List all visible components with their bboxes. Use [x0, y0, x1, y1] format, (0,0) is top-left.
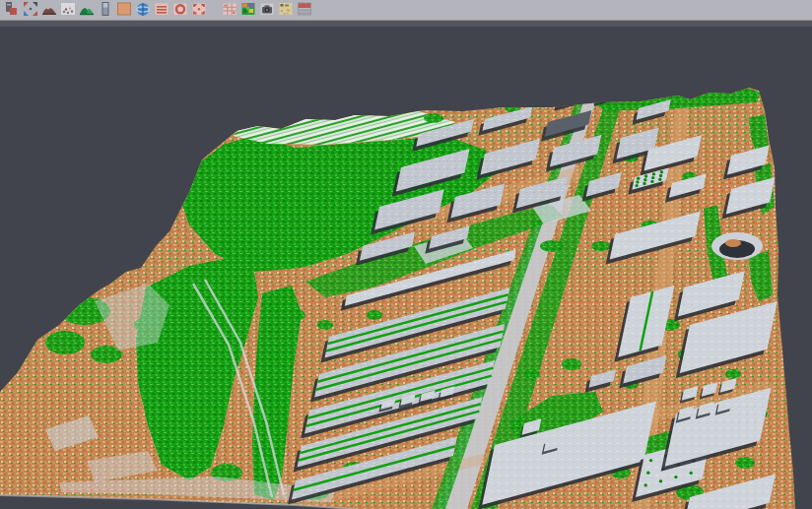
- camera-icon[interactable]: [257, 0, 276, 20]
- main-toolbar: [0, 0, 812, 21]
- toolbar-separator: [208, 0, 220, 20]
- elevation-column-icon[interactable]: [96, 0, 114, 20]
- classification-icon[interactable]: [238, 0, 257, 20]
- red-list-icon[interactable]: [152, 0, 170, 20]
- point-cloud-scene[interactable]: [0, 21, 812, 509]
- red-grid-icon[interactable]: [220, 0, 238, 20]
- 3d-viewport[interactable]: [0, 21, 812, 509]
- orange-square-icon[interactable]: [114, 0, 133, 20]
- green-hill-icon[interactable]: [77, 0, 96, 20]
- red-circle-icon[interactable]: [170, 0, 189, 20]
- terrain-brown-icon[interactable]: [39, 0, 58, 20]
- selection-brackets-icon[interactable]: [189, 0, 208, 20]
- red-table-icon[interactable]: [295, 0, 313, 20]
- open-file-icon[interactable]: [2, 0, 21, 20]
- terrain-khaki-icon[interactable]: [276, 0, 295, 20]
- align-points-icon[interactable]: [21, 0, 39, 20]
- sparse-points-icon[interactable]: [58, 0, 77, 20]
- globe-icon[interactable]: [133, 0, 152, 20]
